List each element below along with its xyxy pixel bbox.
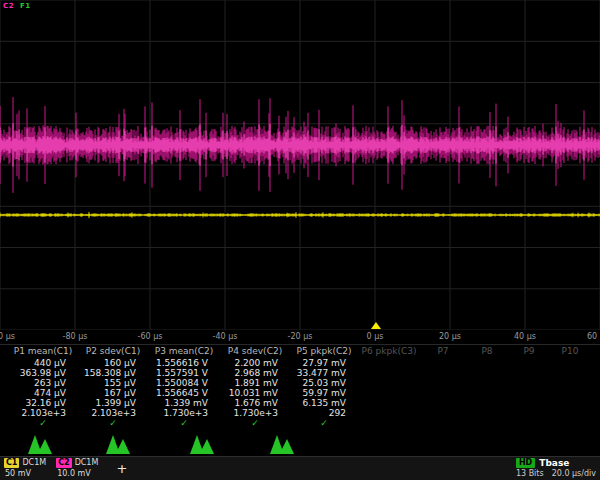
- measure-value: [466, 378, 508, 388]
- measure-value: [358, 368, 420, 378]
- measure-header-p9[interactable]: P9: [508, 345, 550, 358]
- measure-value: [508, 388, 550, 398]
- waveform-plot: [0, 0, 600, 330]
- measure-value: [550, 398, 590, 408]
- time-axis-label: 20 µs: [439, 332, 461, 341]
- measure-value: [420, 398, 466, 408]
- measure-status-check: ✓: [8, 418, 78, 429]
- measure-value: 263 µV: [8, 378, 78, 388]
- measure-value: [420, 368, 466, 378]
- measure-header-p7[interactable]: P7: [420, 345, 466, 358]
- time-axis-label: -60 µs: [138, 332, 163, 341]
- time-axis-label: -100 µs: [0, 332, 15, 341]
- measure-header-p1[interactable]: P1 mean(C1): [8, 345, 78, 358]
- channel-descriptor-c2[interactable]: C2DC1M10.0 mV: [56, 458, 98, 479]
- channel-coupling: DC1M: [22, 458, 46, 468]
- channel-c2-annotation: C2: [3, 2, 14, 10]
- measurement-trend-icons: [0, 429, 600, 456]
- measure-status-check: ✓: [220, 418, 290, 429]
- measure-value: [508, 378, 550, 388]
- measure-value: 1.556645 V: [148, 388, 220, 398]
- measure-value: 2.103e+3: [78, 408, 148, 418]
- add-trace-button[interactable]: +: [112, 462, 131, 475]
- measure-value: 59.97 mV: [290, 388, 358, 398]
- measure-value: [358, 388, 420, 398]
- measure-header-p4[interactable]: P4 sdev(C2): [220, 345, 290, 358]
- time-axis-label: 40 µs: [514, 332, 536, 341]
- measure-value: 292: [290, 408, 358, 418]
- time-axis-label: -20 µs: [288, 332, 313, 341]
- measure-value: 1.891 mV: [220, 378, 290, 388]
- measure-value: 6.135 mV: [290, 398, 358, 408]
- measurement-table: P1 mean(C1)P2 sdev(C1)P3 mean(C2)P4 sdev…: [0, 344, 600, 429]
- channel-descriptor-c1[interactable]: C1DC1M50 mV: [4, 458, 46, 479]
- measure-value: [466, 358, 508, 368]
- measure-value: [358, 378, 420, 388]
- measure-header-p6[interactable]: P6 pkpk(C3): [358, 345, 420, 358]
- measure-value: [508, 368, 550, 378]
- status-bar: C1DC1M50 mVC2DC1M10.0 mV + HD Tbase 13 B…: [0, 456, 600, 480]
- measure-value: 1.730e+3: [220, 408, 290, 418]
- measure-value: 160 µV: [78, 358, 148, 368]
- measure-value: [420, 408, 466, 418]
- measure-value: 1.557591 V: [148, 368, 220, 378]
- measure-status-check: ✓: [148, 418, 220, 429]
- timebase-label: Tbase: [539, 458, 569, 468]
- measure-value: 1.556616 V: [148, 358, 220, 368]
- channel-scale: 50 mV: [4, 469, 46, 479]
- trace-f1-annotation: F1: [20, 2, 31, 10]
- measure-status-check: [466, 418, 508, 429]
- measure-value: [508, 358, 550, 368]
- measure-value: [466, 398, 508, 408]
- measure-value: [466, 408, 508, 418]
- measure-value: 474 µV: [8, 388, 78, 398]
- measure-value: [550, 358, 590, 368]
- measure-value: [466, 368, 508, 378]
- measure-value: 155 µV: [78, 378, 148, 388]
- time-axis-label: -40 µs: [213, 332, 238, 341]
- measure-header-p10[interactable]: P10: [550, 345, 590, 358]
- measure-header-p3[interactable]: P3 mean(C2): [148, 345, 220, 358]
- measure-value: 1.676 mV: [220, 398, 290, 408]
- trace-annotations: C2 F1: [3, 2, 31, 10]
- adc-resolution-value: 13 Bits: [516, 469, 544, 479]
- channel-coupling: DC1M: [75, 458, 99, 468]
- measure-value: [550, 388, 590, 398]
- timebase-descriptor[interactable]: HD Tbase 13 Bits 20.0 µs/div: [516, 458, 596, 479]
- measure-value: 2.200 mV: [220, 358, 290, 368]
- measure-value: 363.98 µV: [8, 368, 78, 378]
- hd-mode-badge: HD: [516, 458, 535, 468]
- measure-header-p2[interactable]: P2 sdev(C1): [78, 345, 148, 358]
- time-axis-label: 0 µs: [367, 332, 384, 341]
- trigger-position-marker[interactable]: [371, 322, 381, 329]
- measure-status-check: [420, 418, 466, 429]
- measure-value: 158.308 µV: [78, 368, 148, 378]
- timebase-scale-value: 20.0 µs/div: [552, 469, 596, 479]
- measure-value: [420, 358, 466, 368]
- trend-histogram-icons: [0, 429, 600, 456]
- measure-value: [550, 378, 590, 388]
- measure-value: [420, 388, 466, 398]
- measure-status-check: [358, 418, 420, 429]
- measure-value: 33.477 mV: [290, 368, 358, 378]
- measure-value: 1.399 µV: [78, 398, 148, 408]
- measure-value: [466, 388, 508, 398]
- measure-value: 32.16 µV: [8, 398, 78, 408]
- time-axis-label: -80 µs: [63, 332, 88, 341]
- measure-value: [508, 408, 550, 418]
- measure-value: 440 µV: [8, 358, 78, 368]
- measure-value: [420, 378, 466, 388]
- waveform-display[interactable]: C2 F1: [0, 0, 600, 330]
- measure-header-p5[interactable]: P5 pkpk(C2): [290, 345, 358, 358]
- measure-value: 167 µV: [78, 388, 148, 398]
- time-axis-label: 60 µs: [587, 332, 600, 341]
- measure-header-p8[interactable]: P8: [466, 345, 508, 358]
- measure-value: [508, 398, 550, 408]
- channel-badge-c2: C2: [56, 458, 71, 468]
- measure-value: 25.03 mV: [290, 378, 358, 388]
- measure-status-check: ✓: [290, 418, 358, 429]
- measure-value: 10.031 mV: [220, 388, 290, 398]
- time-axis: -100 µs-80 µs-60 µs-40 µs-20 µs0 µs20 µs…: [0, 330, 600, 344]
- measure-value: 2.968 mV: [220, 368, 290, 378]
- measure-value: 1.550084 V: [148, 378, 220, 388]
